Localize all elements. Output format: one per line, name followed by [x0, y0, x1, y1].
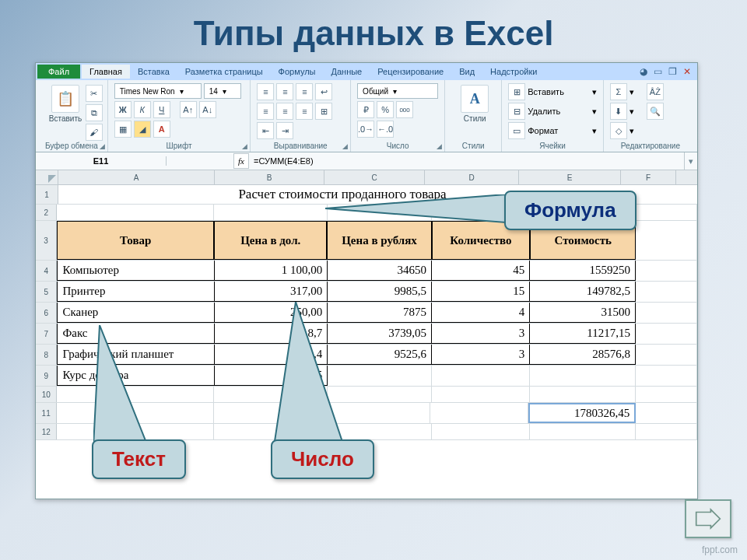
tab-data[interactable]: Данные	[323, 65, 370, 79]
callout-text-pointer	[93, 325, 179, 450]
percent-button[interactable]: %	[377, 101, 394, 118]
formula-input[interactable]: =СУММ(E4:E8)	[254, 156, 314, 166]
decrease-indent-button[interactable]: ⇤	[257, 122, 274, 139]
fx-button[interactable]: fx	[233, 153, 249, 169]
select-all-corner[interactable]	[36, 170, 58, 184]
clear-button[interactable]: ◇	[610, 122, 627, 139]
col-A[interactable]: A	[58, 170, 215, 184]
table-row[interactable]: 1559250	[530, 261, 636, 281]
align-bottom-button[interactable]: ≡	[296, 83, 313, 100]
col-F[interactable]: F	[621, 170, 676, 184]
clipboard-dialog-icon[interactable]: ◢	[100, 142, 105, 150]
row-header-3[interactable]: 3	[36, 221, 57, 260]
col-D[interactable]: D	[425, 170, 519, 184]
number-dialog-icon[interactable]: ◢	[437, 142, 442, 150]
help-icon[interactable]: ◕	[640, 66, 647, 77]
styles-icon: A	[461, 85, 489, 113]
font-color-button[interactable]: A	[153, 121, 170, 138]
tab-view[interactable]: Вид	[451, 65, 482, 79]
align-center-button[interactable]: ≡	[276, 103, 293, 120]
table-row[interactable]: 3	[432, 345, 530, 365]
fill-button[interactable]: ⬇	[610, 103, 627, 120]
table-row[interactable]: 45	[432, 261, 530, 281]
hdr-product[interactable]: Товар	[57, 221, 214, 260]
increase-indent-button[interactable]: ⇥	[276, 122, 293, 139]
font-name-select[interactable]: Times New Ron▾	[114, 83, 202, 99]
expand-formula-bar[interactable]: ▾	[684, 152, 697, 170]
minimize-ribbon-icon[interactable]: ▭	[654, 66, 662, 77]
table-row[interactable]: Компьютер	[57, 261, 215, 281]
group-number: Общий▾ ₽ % 000 .0→ ←.0 Число ◢	[351, 80, 445, 152]
font-dialog-icon[interactable]: ◢	[242, 142, 247, 150]
autosum-button[interactable]: Σ	[610, 83, 627, 100]
file-tab[interactable]: Файл	[37, 65, 80, 79]
row-header-2[interactable]: 2	[36, 205, 57, 220]
bold-button[interactable]: Ж	[114, 101, 132, 118]
tab-formulas[interactable]: Формулы	[271, 65, 324, 79]
table-row[interactable]: 317,00	[215, 282, 328, 302]
total-cell[interactable]: 1780326,45	[528, 403, 636, 423]
table-row[interactable]: 149782,5	[530, 282, 636, 302]
delete-cells-button[interactable]: ⊟Удалить▾	[508, 103, 597, 120]
svg-marker-2	[274, 302, 344, 446]
table-row[interactable]: 3	[432, 324, 530, 344]
find-select-button[interactable]: 🔍	[647, 103, 664, 120]
font-size-select[interactable]: 14▾	[204, 83, 241, 99]
borders-button[interactable]: ▦	[114, 121, 132, 138]
number-format-select[interactable]: Общий▾	[357, 83, 438, 99]
col-C[interactable]: C	[324, 170, 425, 184]
row-header-1[interactable]: 1	[36, 185, 58, 204]
next-slide-button[interactable]	[685, 499, 731, 538]
name-box[interactable]: E11	[36, 156, 167, 166]
format-painter-button[interactable]: 🖌	[86, 124, 103, 141]
fill-color-button[interactable]: ◢	[134, 121, 151, 138]
comma-style-button[interactable]: 000	[396, 101, 413, 118]
tab-review[interactable]: Рецензирование	[370, 65, 451, 79]
sort-filter-button[interactable]: ÂŻ	[647, 83, 664, 100]
italic-button[interactable]: К	[134, 101, 151, 118]
tab-addins[interactable]: Надстройки	[482, 65, 545, 79]
hdr-price-usd[interactable]: Цена в дол.	[214, 221, 327, 260]
tab-home[interactable]: Главная	[82, 65, 130, 79]
copy-button[interactable]: ⧉	[86, 104, 103, 121]
align-top-button[interactable]: ≡	[257, 83, 274, 100]
align-left-button[interactable]: ≡	[257, 103, 274, 120]
styles-button[interactable]: A Стили	[454, 85, 495, 123]
align-right-button[interactable]: ≡	[296, 103, 313, 120]
cut-button[interactable]: ✂	[86, 85, 103, 102]
merge-button[interactable]: ⊞	[315, 103, 332, 120]
svg-marker-1	[93, 325, 148, 446]
col-E[interactable]: E	[519, 170, 621, 184]
col-B[interactable]: B	[215, 170, 324, 184]
close-window-icon[interactable]: ✕	[683, 66, 691, 77]
grow-font-button[interactable]: A↑	[180, 101, 197, 118]
insert-cells-button[interactable]: ⊞Вставить▾	[508, 83, 597, 100]
tab-insert[interactable]: Вставка	[130, 65, 177, 79]
group-font-label: Шрифт	[108, 142, 251, 150]
restore-window-icon[interactable]: ❐	[668, 66, 677, 77]
table-row[interactable]: 15	[432, 282, 530, 302]
tab-page-layout[interactable]: Разметка страницы	[177, 65, 271, 79]
currency-button[interactable]: ₽	[357, 101, 374, 118]
svg-marker-0	[325, 194, 506, 222]
table-row[interactable]: 11217,15	[530, 324, 636, 344]
ribbon-tabs: Файл Главная Вставка Разметка страницы Ф…	[36, 63, 697, 80]
alignment-dialog-icon[interactable]: ◢	[342, 142, 348, 150]
table-row[interactable]: 4	[432, 303, 530, 323]
wrap-text-button[interactable]: ↩	[315, 83, 332, 100]
table-row[interactable]: 31500	[530, 303, 636, 323]
hdr-price-rub[interactable]: Цена в рублях	[327, 221, 431, 260]
table-row[interactable]: 9985,5	[328, 282, 432, 302]
table-row[interactable]: Принтер	[57, 282, 215, 302]
table-row[interactable]: 34650	[328, 261, 432, 281]
table-row[interactable]: 1 100,00	[215, 261, 328, 281]
align-middle-button[interactable]: ≡	[276, 83, 293, 100]
increase-decimal-button[interactable]: .0→	[357, 121, 374, 138]
paste-button[interactable]: 📋 Вставить	[45, 85, 86, 123]
underline-button[interactable]: Ч	[153, 101, 170, 118]
table-row[interactable]: 28576,8	[530, 345, 636, 365]
decrease-decimal-button[interactable]: ←.0	[377, 121, 394, 138]
format-cells-button[interactable]: ▭Формат▾	[508, 122, 597, 139]
shrink-font-button[interactable]: A↓	[199, 101, 216, 118]
table-row[interactable]: Сканер	[57, 303, 215, 323]
